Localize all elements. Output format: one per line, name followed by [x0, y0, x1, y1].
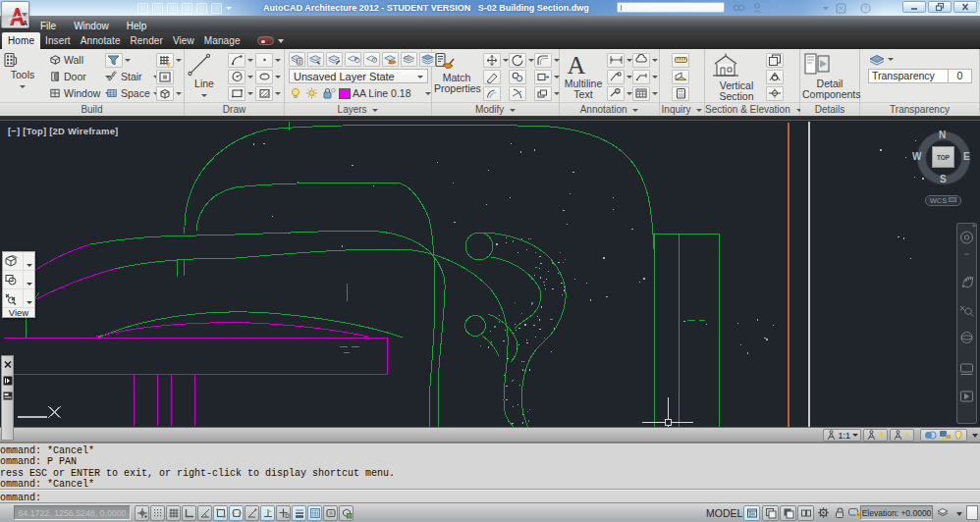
- vp-scale-sync-icon[interactable]: [939, 430, 952, 441]
- dropdown-caret[interactable]: [888, 58, 894, 61]
- ribbon-big-vertical[interactable]: VerticalSection: [711, 51, 762, 102]
- view-palette-flyout-caret[interactable]: [23, 252, 34, 271]
- dropdown-caret[interactable]: [247, 76, 253, 78]
- viewcube-west-label[interactable]: W: [912, 151, 921, 162]
- ribbon-button-door[interactable]: Door: [48, 69, 111, 84]
- ribbon-button-circarrow[interactable]: [766, 69, 784, 84]
- ribbon-button-point[interactable]: [255, 52, 281, 68]
- annotation-autoscale-button[interactable]: [890, 429, 914, 442]
- layer-freeze-button[interactable]: [382, 52, 399, 67]
- viewcube-east-label[interactable]: E: [963, 151, 970, 162]
- ribbon-button-roofarea[interactable]: [672, 69, 689, 84]
- viewcube-south-label[interactable]: S: [940, 174, 947, 184]
- dropdown-caret[interactable]: [125, 59, 131, 62]
- panel-label-build[interactable]: Build: [0, 102, 184, 116]
- quick-view-layouts-button[interactable]: [762, 505, 779, 521]
- transparency-input[interactable]: Transparency: [868, 69, 949, 83]
- ribbon-button-hatch[interactable]: [255, 85, 281, 101]
- toggle-lineweight[interactable]: [292, 505, 306, 521]
- layer-iso-button[interactable]: [345, 52, 361, 67]
- vp-lock-icon[interactable]: [924, 430, 937, 441]
- dropdown-caret[interactable]: [275, 92, 281, 95]
- annotation-monitor-button[interactable]: [797, 505, 814, 521]
- vp-annotation-icon[interactable]: [953, 430, 963, 441]
- ribbon-big-line[interactable]: Line: [187, 51, 222, 100]
- coordinates-readout[interactable]: 64.1722, 1256.5248, 0.0000: [14, 505, 131, 520]
- qat-open-button[interactable]: [152, 3, 163, 14]
- ribbon-button-colgrid[interactable]: [156, 52, 182, 68]
- qat-undo-button[interactable]: [196, 3, 207, 14]
- qat-save-button[interactable]: [167, 3, 178, 14]
- minimize-button[interactable]: [902, 1, 926, 13]
- dropdown-caret[interactable]: [247, 59, 253, 62]
- toggle-dynamic-input[interactable]: [276, 505, 291, 521]
- dropdown-caret[interactable]: [652, 59, 658, 62]
- panel-label-layers[interactable]: Layers: [285, 102, 431, 116]
- ribbon-big-tools[interactable]: Tools: [2, 51, 43, 91]
- ribbon-button-trim[interactable]: [509, 85, 526, 101]
- layer-off-button[interactable]: [401, 52, 417, 67]
- ribbon-button-cube[interactable]: [156, 85, 182, 101]
- layer-uniso-button[interactable]: [363, 52, 380, 67]
- layer-combo[interactable]: AA Line 0.18: [289, 85, 431, 101]
- ribbon-tab-view[interactable]: View: [168, 32, 199, 49]
- panel-label-transparency[interactable]: Transparency: [860, 102, 979, 116]
- ribbon-button-fillet[interactable]: [534, 52, 560, 68]
- qat-qnew-button[interactable]: [137, 3, 148, 14]
- model-label[interactable]: MODEL: [706, 507, 742, 519]
- layer-props-button[interactable]: [289, 52, 305, 67]
- toggle-selection-cycling[interactable]: [339, 505, 354, 521]
- panel-label-draw[interactable]: Draw: [185, 102, 284, 116]
- lock-icon[interactable]: [321, 86, 337, 100]
- view-palette-zoom-extents[interactable]: [3, 289, 34, 308]
- dropdown-caret[interactable]: [176, 59, 182, 62]
- toggle-polar-tracking[interactable]: [197, 505, 212, 521]
- ribbon-button-copy[interactable]: [509, 69, 526, 84]
- qat-plot-button[interactable]: [182, 3, 192, 14]
- ribbon-button-funnel[interactable]: [105, 52, 131, 68]
- panel-label-section-elevation[interactable]: Section & Elevation: [705, 102, 799, 116]
- layer-match-button[interactable]: [307, 52, 324, 67]
- ribbon-button-erase[interactable]: [483, 69, 501, 84]
- toggle-dynamic-ucs[interactable]: [260, 505, 275, 521]
- toolbar-lock-button[interactable]: [834, 506, 845, 519]
- wcs-dropdown[interactable]: WCS: [925, 195, 961, 206]
- ribbon-button-measure[interactable]: [672, 52, 689, 68]
- layer-state-combo[interactable]: Unsaved Layer State: [289, 69, 428, 83]
- ribbon-tab-annotate[interactable]: Annotate: [76, 32, 126, 49]
- ribbon-button-offset[interactable]: [483, 85, 501, 101]
- dropdown-caret[interactable]: [425, 92, 431, 95]
- transparency-tool-button[interactable]: [868, 51, 894, 67]
- toggle-quick-properties[interactable]: [323, 505, 338, 521]
- toggle-ortho-mode[interactable]: [182, 505, 196, 521]
- drawing-viewport[interactable]: [−] [Top] [2D Wireframe] TOP N E S W WCS…: [0, 120, 980, 427]
- model-layout-toggle-button[interactable]: [743, 505, 760, 521]
- help-icon[interactable]: ?: [860, 3, 871, 14]
- ribbon-tab-insert[interactable]: Insert: [40, 32, 76, 49]
- quick-view-drawings-button[interactable]: [780, 505, 796, 521]
- ribbon-button-revcloud[interactable]: [255, 69, 281, 84]
- qat-redo-button[interactable]: [211, 3, 222, 14]
- toggle-snap-mode[interactable]: [135, 505, 149, 521]
- panel-label-modify[interactable]: Modify: [432, 102, 559, 116]
- ribbon-button-boxin[interactable]: [156, 69, 174, 84]
- wcs-caret-box[interactable]: [949, 197, 956, 202]
- palette-expand-icon[interactable]: [3, 376, 13, 386]
- toggle-transparency-toggle[interactable]: [307, 505, 322, 521]
- layer-color-swatch[interactable]: [339, 88, 351, 99]
- sign-in-user-icon[interactable]: [752, 3, 762, 14]
- infocenter-caret[interactable]: [823, 7, 829, 10]
- ribbon-button-array[interactable]: [534, 85, 560, 101]
- viewcube-top-face[interactable]: TOP: [932, 146, 954, 168]
- annotation-scale-button[interactable]: 1:1: [823, 429, 861, 442]
- ribbon-tab-manage[interactable]: Manage: [199, 32, 245, 49]
- toggle-object-snap-tracking[interactable]: [245, 505, 259, 521]
- restore-button[interactable]: [928, 1, 952, 13]
- dropdown-caret[interactable]: [20, 85, 26, 88]
- command-line-window[interactable]: Command: *Cancel*Command: P PANPress ESC…: [0, 443, 980, 502]
- ribbon-button-mleader[interactable]: [632, 69, 658, 84]
- dropdown-caret[interactable]: [275, 59, 281, 62]
- ribbon-button-tag[interactable]: 1: [607, 85, 632, 101]
- ribbon-state-capsule[interactable]: [257, 36, 274, 45]
- view-palette-overlap-shapes[interactable]: [3, 271, 34, 289]
